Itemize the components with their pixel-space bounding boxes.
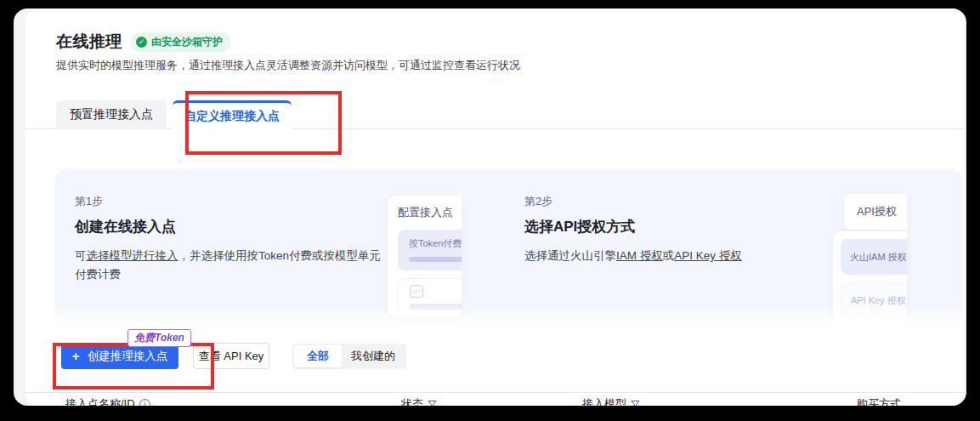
- free-token-tooltip: 免费Token: [127, 329, 191, 347]
- api-auth-preview-card: API授权: [844, 194, 907, 230]
- configure-endpoint-preview-card: 配置接入点 按Token付费 </>: [388, 196, 462, 317]
- step-2-description: 选择通过火山引擎IAM 授权或API Key 授权: [524, 247, 841, 265]
- page-subtitle: 提供实时的模型推理服务，通过推理接入点灵活调整资源并访问模型，可通过监控查看运行…: [56, 58, 520, 73]
- create-endpoint-button-label: 创建推理接入点: [88, 349, 168, 364]
- table-top-border: [25, 392, 965, 393]
- step-1-description: 可选择模型进行接入，并选择使用按Token付费或按模型单元付费计费: [75, 247, 391, 284]
- auth-options-preview-card: 火山IAM 授权 API Key 授权: [833, 231, 907, 326]
- filter-icon[interactable]: [631, 400, 640, 406]
- api-key-auth-link[interactable]: API Key 授权: [674, 249, 742, 262]
- column-header-purchase-method: 购买方式: [857, 396, 901, 406]
- column-label: 接入点名称/ID: [65, 396, 135, 406]
- placeholder-bar: [410, 304, 462, 310]
- code-icon: </>: [410, 285, 423, 298]
- volcano-iam-auth-chip: 火山IAM 授权: [841, 239, 907, 275]
- badge-label: 由安全沙箱守护: [151, 35, 223, 49]
- guide-step-1: 第1步 创建在线接入点 可选择模型进行接入，并选择使用按Token付费或按模型单…: [75, 194, 391, 284]
- plus-icon: +: [72, 349, 80, 363]
- column-label: 购买方式: [857, 396, 901, 406]
- column-label: 接入模型: [582, 396, 626, 406]
- step-1-desc-prefix: 可: [75, 249, 87, 262]
- step-2-label: 第2步: [524, 194, 841, 209]
- tab-custom-endpoints[interactable]: 自定义推理接入点: [173, 100, 292, 130]
- placeholder-bar: [409, 257, 462, 262]
- column-header-status: 状态: [401, 396, 437, 406]
- ownership-filter-segmented-control: 全部 我创建的: [292, 344, 406, 369]
- free-token-tooltip-label: 免费Token: [134, 332, 184, 344]
- step-2-desc-prefix: 选择通过火山引擎: [524, 249, 616, 262]
- filter-all-option[interactable]: 全部: [294, 345, 342, 367]
- filter-created-by-me-option[interactable]: 我创建的: [342, 345, 405, 367]
- main-content-card: 在线推理 ✓ 由安全沙箱守护 提供实时的模型推理服务，通过推理接入点灵活调整资源…: [25, 9, 965, 406]
- tab-preset-endpoints[interactable]: 预置推理接入点: [56, 100, 167, 129]
- api-key-auth-chip: API Key 授权: [841, 283, 907, 317]
- column-header-endpoint-name-id: 接入点名称/ID i: [65, 396, 150, 406]
- guide-step-2: 第2步 选择API授权方式 选择通过火山引擎IAM 授权或API Key 授权: [524, 194, 841, 265]
- shield-check-icon: ✓: [136, 37, 147, 48]
- onboarding-guide-panel: 第1步 创建在线接入点 可选择模型进行接入，并选择使用按Token付费或按模型单…: [54, 168, 963, 326]
- step-1-title: 创建在线接入点: [75, 217, 391, 236]
- filter-icon[interactable]: [428, 400, 437, 406]
- page-title: 在线推理: [56, 31, 122, 53]
- model-unit-chip: </>: [398, 278, 462, 317]
- pay-per-token-label: 按Token付费: [409, 237, 462, 250]
- page-header: 在线推理 ✓ 由安全沙箱守护: [56, 31, 230, 53]
- iam-auth-link[interactable]: IAM 授权: [616, 249, 663, 262]
- step-2-desc-middle: 或: [663, 249, 675, 262]
- panel-bottom-fade: [54, 304, 963, 326]
- column-header-model: 接入模型: [582, 396, 640, 406]
- preview-1-title: 配置接入点: [398, 205, 462, 220]
- pay-per-token-chip: 按Token付费: [398, 230, 462, 270]
- step-1-label: 第1步: [75, 194, 391, 209]
- view-api-key-button[interactable]: 查看 API Key: [193, 343, 269, 369]
- column-label: 状态: [401, 396, 423, 406]
- info-icon[interactable]: i: [139, 399, 150, 407]
- security-sandbox-badge: ✓ 由安全沙箱守护: [131, 32, 230, 52]
- select-model-link[interactable]: 选择模型进行接入: [87, 249, 178, 262]
- step-2-title: 选择API授权方式: [524, 217, 841, 236]
